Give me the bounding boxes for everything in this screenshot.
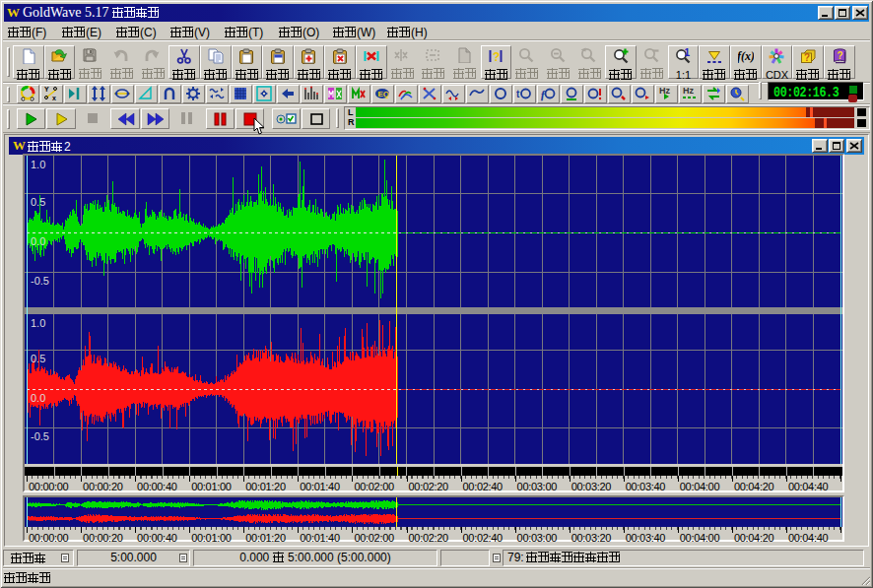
svg-text:?: ? (838, 50, 843, 61)
svg-text:EQ: EQ (378, 90, 390, 98)
svg-text:?: ? (804, 52, 810, 63)
svg-text:?: ? (493, 50, 500, 64)
svg-text:Hz: Hz (683, 86, 694, 96)
svg-text:Y: Y (44, 86, 49, 93)
svg-text:f(x): f(x) (738, 49, 754, 63)
svg-text:x: x (52, 95, 56, 101)
svg-text:t: t (516, 89, 520, 99)
svg-text:W: W (7, 6, 20, 19)
svg-text:W: W (13, 139, 26, 152)
svg-text:1: 1 (685, 48, 691, 58)
